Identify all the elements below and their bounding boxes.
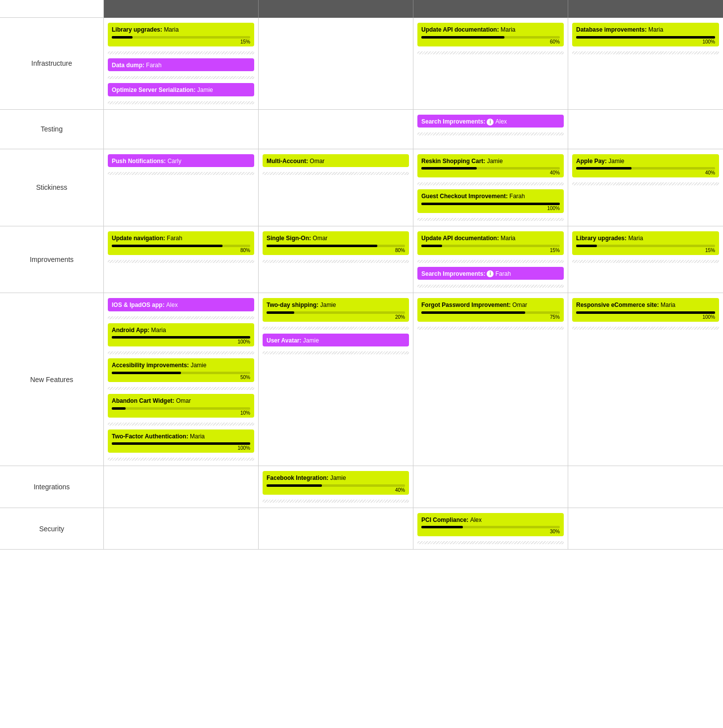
progress-label: 100% — [112, 339, 250, 344]
progress-track — [112, 407, 250, 410]
cell-2-1: Multi-Account: Omar — [259, 149, 413, 226]
row-new-features: New Features IOS & IpadOS app: Alex Andr… — [0, 293, 723, 466]
card-title: Two-day shipping: Jamie — [267, 301, 405, 309]
task-card[interactable]: Accesibility improvements: Jamie 50% — [108, 358, 254, 382]
card-title: Facebook Integration: Jamie — [267, 474, 405, 482]
card-assignee: Omar — [176, 397, 191, 404]
card-stripe — [263, 351, 409, 354]
task-card[interactable]: Push Notifications: Carly — [108, 154, 254, 168]
task-card[interactable]: Search Improvements:i Alex — [417, 115, 564, 128]
progress-track — [576, 245, 715, 247]
task-card[interactable]: IOS & IpadOS app: Alex — [108, 298, 254, 311]
info-icon[interactable]: i — [487, 270, 494, 277]
task-card[interactable]: Optimize Server Serialization: Jamie — [108, 83, 254, 96]
progress-fill — [576, 36, 715, 39]
cell-4-3: Responsive eCommerce site: Maria 100% — [568, 293, 723, 466]
task-card[interactable]: Search Improvements:i Farah — [417, 267, 564, 280]
card-stripe — [108, 76, 254, 79]
card-stripe — [108, 172, 254, 175]
row-label-5: Integrations — [0, 466, 104, 508]
card-assignee: Maria — [500, 26, 515, 33]
task-card[interactable]: Two-Factor Authentication: Maria 100% — [108, 429, 254, 453]
task-card[interactable]: Reskin Shopping Cart: Jamie 40% — [417, 154, 564, 178]
card-stripe — [417, 182, 564, 185]
cell-1-0 — [104, 110, 259, 149]
progress-fill — [112, 442, 250, 445]
card-assignee: Jamie — [303, 337, 319, 344]
row-security: Security PCI Compliance: Alex 30% — [0, 508, 723, 550]
progress-track — [576, 311, 715, 314]
card-stripe — [108, 51, 254, 54]
progress-track — [112, 336, 250, 339]
task-card[interactable]: Database improvements: Maria 100% — [572, 23, 719, 46]
task-card[interactable]: PCI Compliance: Alex 30% — [417, 513, 564, 537]
card-title: Search Improvements:i Farah — [421, 270, 560, 278]
card-stripe — [417, 51, 564, 54]
task-card[interactable]: Forgot Password Improvement: Omar 75% — [417, 298, 564, 322]
task-card[interactable]: Android App: Maria 100% — [108, 323, 254, 347]
row-label-4: New Features — [0, 293, 104, 466]
card-assignee: Alex — [470, 516, 482, 523]
card-title: Library upgrades: Maria — [576, 235, 715, 243]
card-stripe — [417, 327, 564, 330]
card-title: Search Improvements:i Alex — [421, 118, 560, 126]
card-title: Reskin Shopping Cart: Jamie — [421, 158, 560, 166]
card-assignee: Jamie — [487, 158, 503, 165]
card-stripe — [417, 285, 564, 288]
card-title: Abandon Cart Widget: Omar — [112, 397, 250, 405]
card-stripe — [108, 458, 254, 461]
task-card[interactable]: Facebook Integration: Jamie 40% — [263, 471, 409, 495]
row-label-6: Security — [0, 508, 104, 550]
task-card[interactable]: Abandon Cart Widget: Omar 10% — [108, 394, 254, 418]
card-title: Push Notifications: Carly — [112, 158, 250, 166]
header-empty-cell — [0, 0, 104, 18]
task-card[interactable]: Update navigation: Farah 80% — [108, 231, 254, 255]
task-card[interactable]: Update API documentation: Maria 60% — [417, 23, 564, 46]
task-card[interactable]: Library upgrades: Maria 15% — [572, 231, 719, 255]
progress-fill — [112, 336, 250, 339]
row-integrations: Integrations Facebook Integration: Jamie… — [0, 466, 723, 508]
cell-2-3: Apple Pay: Jamie 40% — [568, 149, 723, 226]
cell-0-2: Update API documentation: Maria 60% — [413, 18, 568, 110]
progress-fill — [421, 167, 477, 170]
cell-2-2: Reskin Shopping Cart: Jamie 40% Guest Ch… — [413, 149, 568, 226]
task-card[interactable]: User Avatar: Jamie — [263, 334, 409, 347]
row-label-0: Infrastructure — [0, 18, 104, 110]
task-card[interactable]: Two-day shipping: Jamie 20% — [263, 298, 409, 322]
task-card[interactable]: Guest Checkout Improvement: Farah 100% — [417, 189, 564, 213]
card-assignee: Carly — [168, 158, 181, 165]
progress-fill — [576, 311, 715, 314]
cell-4-2: Forgot Password Improvement: Omar 75% — [413, 293, 568, 466]
card-stripe — [417, 260, 564, 263]
card-assignee: Maria — [151, 327, 166, 334]
card-assignee: Jamie — [197, 86, 213, 93]
progress-label: 50% — [112, 375, 250, 380]
progress-label: 60% — [421, 39, 560, 44]
card-title: Database improvements: Maria — [576, 26, 715, 34]
card-assignee: Farah — [146, 62, 161, 69]
task-card[interactable]: Apple Pay: Jamie 40% — [572, 154, 719, 178]
progress-label: 30% — [421, 529, 560, 534]
cell-6-3 — [568, 508, 723, 550]
progress-fill — [112, 372, 181, 374]
info-icon[interactable]: i — [487, 119, 494, 126]
task-card[interactable]: Responsive eCommerce site: Maria 100% — [572, 298, 719, 322]
card-title: Update API documentation: Maria — [421, 26, 560, 34]
col-header-complete — [568, 0, 723, 18]
cell-3-0: Update navigation: Farah 80% — [104, 226, 259, 293]
progress-fill — [421, 526, 463, 528]
cell-1-1 — [259, 110, 413, 149]
task-card[interactable]: Library upgrades: Maria 15% — [108, 23, 254, 46]
task-card[interactable]: Single Sign-On: Omar 80% — [263, 231, 409, 255]
card-title: IOS & IpadOS app: Alex — [112, 301, 250, 309]
cell-4-0: IOS & IpadOS app: Alex Android App: Mari… — [104, 293, 259, 466]
task-card[interactable]: Data dump: Farah — [108, 58, 254, 72]
progress-label: 100% — [112, 445, 250, 451]
cell-1-3 — [568, 110, 723, 149]
task-card[interactable]: Multi-Account: Omar — [263, 154, 409, 168]
card-title: Android App: Maria — [112, 327, 250, 335]
progress-fill — [576, 167, 632, 170]
card-title: Optimize Server Serialization: Jamie — [112, 86, 250, 94]
task-card[interactable]: Update API documentation: Maria 15% — [417, 231, 564, 255]
progress-label: 100% — [576, 39, 715, 44]
